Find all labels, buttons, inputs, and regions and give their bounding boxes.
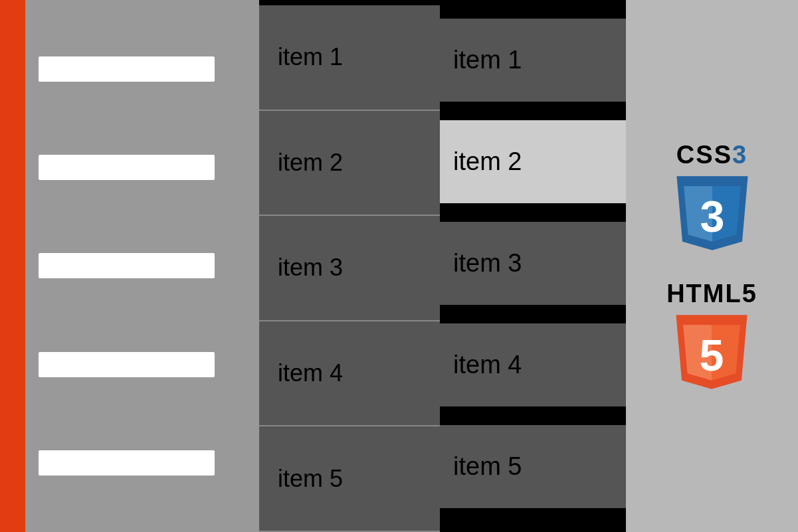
css3-logo-group: CSS3 3 bbox=[676, 141, 749, 253]
column-2: item 1 item 2 item 3 item 4 item 5 bbox=[259, 0, 440, 532]
white-bar-5 bbox=[39, 450, 215, 476]
white-bar-4 bbox=[39, 352, 215, 377]
html5-logo-group: HTML5 5 bbox=[666, 280, 757, 392]
col2-item-5: item 5 bbox=[259, 426, 440, 532]
black-strip-2 bbox=[440, 203, 626, 222]
col3-item-5: item 5 bbox=[440, 425, 626, 508]
column-1 bbox=[0, 0, 259, 532]
black-strip-5 bbox=[440, 508, 626, 532]
col3-item-3: item 3 bbox=[440, 222, 626, 305]
svg-text:3: 3 bbox=[700, 191, 724, 240]
html5-label: HTML5 bbox=[666, 280, 757, 308]
col2-item-4: item 4 bbox=[259, 321, 440, 427]
orange-bar bbox=[0, 0, 25, 532]
html5-shield-icon: 5 bbox=[675, 312, 748, 392]
black-strip-1 bbox=[440, 102, 626, 120]
css3-shield-icon: 3 bbox=[676, 173, 749, 253]
col3-item-4: item 4 bbox=[440, 323, 626, 406]
css3-label: CSS3 bbox=[676, 141, 748, 169]
white-bar-2 bbox=[39, 155, 215, 180]
col3-item-2: item 2 bbox=[440, 120, 626, 203]
col2-item-3: item 3 bbox=[259, 216, 440, 321]
col3-item-1: item 1 bbox=[440, 19, 626, 102]
col2-item-1: item 1 bbox=[259, 5, 440, 111]
black-strip-4 bbox=[440, 406, 626, 425]
column-4-logos: CSS3 3 HTML5 5 bbox=[626, 0, 798, 532]
col2-item-2: item 2 bbox=[259, 111, 440, 217]
white-bar-3 bbox=[39, 253, 215, 278]
black-strip-3 bbox=[440, 305, 626, 323]
svg-text:5: 5 bbox=[700, 330, 724, 379]
white-bar-1 bbox=[39, 56, 215, 82]
gray-section bbox=[25, 0, 259, 532]
black-strip-0 bbox=[440, 0, 626, 19]
column-3: item 1 item 2 item 3 item 4 item 5 bbox=[440, 0, 626, 532]
